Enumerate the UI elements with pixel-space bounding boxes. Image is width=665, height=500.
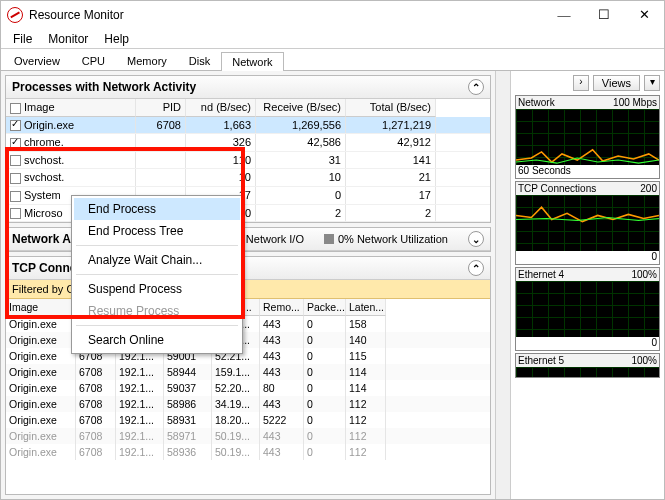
ctx-suspend-process[interactable]: Suspend Process (74, 278, 240, 300)
table-row[interactable]: svchost.11031141 (6, 152, 490, 170)
views-dropdown-icon[interactable]: ▾ (644, 75, 660, 91)
views-button[interactable]: Views (593, 75, 640, 91)
titlebar: Resource Monitor — ☐ ✕ (1, 1, 664, 29)
expand-icon[interactable]: ⌄ (468, 231, 484, 247)
table-row[interactable]: Origin.exe67081,6631,269,5561,271,219 (6, 117, 490, 135)
context-menu: End Process End Process Tree Analyze Wai… (71, 195, 243, 354)
graphs-pane: › Views ▾ Network100 Mbps 60 Seconds TCP… (510, 71, 664, 499)
menu-monitor[interactable]: Monitor (40, 30, 96, 48)
menu-bar: File Monitor Help (1, 29, 664, 49)
maximize-button[interactable]: ☐ (584, 1, 624, 29)
row-checkbox[interactable] (10, 138, 21, 149)
ctx-search-online[interactable]: Search Online (74, 329, 240, 351)
minimize-button[interactable]: — (544, 1, 584, 29)
scrollbar[interactable] (495, 71, 510, 499)
menu-file[interactable]: File (5, 30, 40, 48)
table-row[interactable]: Origin.exe6708192.1...58944159.1...44301… (6, 364, 490, 380)
section-title: Processes with Network Activity (12, 80, 468, 94)
table-row[interactable]: Origin.exe6708192.1...5893118.20...52220… (6, 412, 490, 428)
processes-header: Image PID nd (B/sec) Receive (B/sec) Tot… (6, 99, 490, 117)
graph-ethernet4: Ethernet 4100% 0 (515, 267, 660, 351)
collapse-icon[interactable]: ⌃ (468, 260, 484, 276)
menu-help[interactable]: Help (96, 30, 137, 48)
pane-collapse-icon[interactable]: › (573, 75, 589, 91)
ctx-end-process[interactable]: End Process (74, 198, 240, 220)
ctx-analyze-wait-chain[interactable]: Analyze Wait Chain... (74, 249, 240, 271)
tab-disk[interactable]: Disk (178, 51, 221, 70)
graph-network: Network100 Mbps 60 Seconds (515, 95, 660, 179)
table-row[interactable]: svchost.101021 (6, 169, 490, 187)
graph-ethernet5: Ethernet 5100% (515, 353, 660, 378)
led-icon (324, 234, 334, 244)
table-row[interactable]: Origin.exe6708192.1...5903752.20...80011… (6, 380, 490, 396)
ctx-end-process-tree[interactable]: End Process Tree (74, 220, 240, 242)
tab-memory[interactable]: Memory (116, 51, 178, 70)
table-row[interactable]: Origin.exe6708192.1...5893650.19...44301… (6, 444, 490, 460)
table-row[interactable]: Origin.exe6708192.1...5898634.19...44301… (6, 396, 490, 412)
main-tabs: Overview CPU Memory Disk Network (1, 49, 664, 71)
tab-overview[interactable]: Overview (3, 51, 71, 70)
ctx-resume-process: Resume Process (74, 300, 240, 322)
row-checkbox[interactable] (10, 120, 21, 131)
row-checkbox[interactable] (10, 173, 21, 184)
tab-network[interactable]: Network (221, 52, 283, 71)
window-title: Resource Monitor (29, 8, 544, 22)
collapse-icon[interactable]: ⌃ (468, 79, 484, 95)
table-row[interactable]: chrome.32642,58642,912 (6, 134, 490, 152)
row-checkbox[interactable] (10, 208, 21, 219)
close-button[interactable]: ✕ (624, 1, 664, 29)
tab-cpu[interactable]: CPU (71, 51, 116, 70)
graph-tcp: TCP Connections200 0 (515, 181, 660, 265)
row-checkbox[interactable] (10, 191, 21, 202)
checkbox-all[interactable] (10, 103, 21, 114)
app-icon (7, 7, 23, 23)
table-row[interactable]: Origin.exe6708192.1...5897150.19...44301… (6, 428, 490, 444)
row-checkbox[interactable] (10, 155, 21, 166)
